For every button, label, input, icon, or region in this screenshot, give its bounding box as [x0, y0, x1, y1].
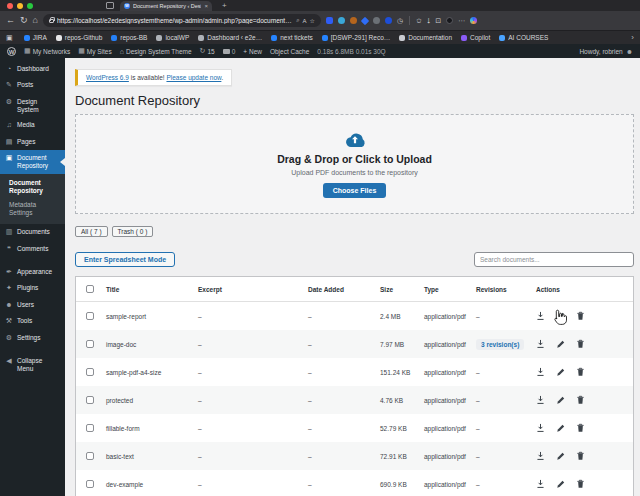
updates-link[interactable]: ↻ 15	[200, 47, 215, 55]
delete-icon[interactable]	[576, 339, 585, 349]
bookmark-item[interactable]: [DSWP-291] Reco…	[322, 34, 391, 41]
edit-icon[interactable]	[556, 367, 565, 377]
edit-icon[interactable]	[556, 479, 565, 489]
delete-icon[interactable]	[576, 423, 585, 433]
active-browser-tab[interactable]: W Document Repository ‹ Desig… ×	[120, 1, 212, 11]
edit-icon[interactable]	[556, 423, 565, 433]
cell-revisions[interactable]: –	[476, 369, 480, 376]
download-icon[interactable]	[536, 479, 545, 489]
choose-files-button[interactable]: Choose Files	[323, 183, 387, 198]
tab-close-icon[interactable]: ×	[204, 3, 208, 9]
delete-icon[interactable]	[576, 451, 585, 461]
cell-revisions[interactable]: 3 revision(s)	[476, 339, 524, 350]
bookmark-item[interactable]: next tickets	[271, 34, 313, 41]
sidebar-item[interactable]: ⚙ Settings	[0, 330, 65, 346]
home-icon[interactable]: ⌂	[33, 16, 38, 25]
delete-icon[interactable]	[576, 311, 585, 321]
extension-icon-gray[interactable]	[373, 17, 380, 24]
delete-icon[interactable]	[576, 479, 585, 489]
bookmark-item[interactable]: repos-Github	[56, 34, 103, 41]
wordpress-version-link[interactable]: WordPress 6.9	[86, 74, 129, 81]
sidebar-item[interactable]: ✎ Posts	[0, 77, 65, 93]
update-now-link[interactable]: Please update now	[166, 74, 221, 81]
sidebar-item[interactable]: ♫ Media	[0, 117, 65, 133]
history-icon[interactable]: ◷	[397, 17, 403, 24]
extension-icon-diamond[interactable]	[338, 17, 345, 24]
row-checkbox[interactable]	[86, 480, 94, 488]
zoom-icon[interactable]: ⌕	[296, 17, 299, 24]
tab-workspaces-icon[interactable]	[106, 2, 114, 9]
sidebar-item[interactable]: ◔ Dashboard	[0, 61, 65, 77]
download-icon[interactable]	[536, 311, 545, 321]
column-header-title[interactable]: Title	[102, 286, 194, 293]
profile-avatar[interactable]	[446, 17, 453, 24]
sidebar-submenu-item[interactable]: Document Repository	[0, 176, 65, 198]
download-icon[interactable]	[536, 423, 545, 433]
sidebar-item[interactable]: ❝ Comments	[0, 241, 65, 257]
cell-revisions[interactable]: –	[476, 425, 480, 432]
row-checkbox[interactable]	[86, 340, 94, 348]
bookmarks-overflow-icon[interactable]: ›	[631, 33, 634, 42]
close-window-button[interactable]	[7, 3, 13, 9]
download-icon[interactable]	[536, 367, 545, 377]
download-icon[interactable]	[536, 339, 545, 349]
edit-icon[interactable]	[556, 339, 565, 349]
site-name-link[interactable]: ⌂ Design System Theme	[120, 48, 192, 55]
select-all-checkbox[interactable]	[86, 285, 94, 293]
download-icon[interactable]	[536, 395, 545, 405]
sidebar-item[interactable]: ⚙ Design System	[0, 94, 65, 118]
my-sites-link[interactable]: ▦ My Sites	[78, 47, 112, 55]
bookmark-star-icon[interactable]: ☆	[310, 17, 315, 24]
download-icon[interactable]	[536, 451, 545, 461]
bookmarks-panel-icon[interactable]: ▣	[6, 34, 13, 42]
cell-revisions[interactable]: –	[476, 313, 480, 320]
column-header-date-added[interactable]: Date Added	[304, 286, 376, 293]
minimize-window-button[interactable]	[17, 3, 23, 9]
sidebar-item-document-repository[interactable]: ▣ Document Repository	[0, 150, 65, 174]
object-cache-link[interactable]: Object Cache	[270, 48, 309, 55]
extension-icon-orange[interactable]	[350, 17, 357, 24]
back-icon[interactable]: ←	[6, 16, 15, 25]
bookmark-item[interactable]: repos-BB	[111, 34, 147, 41]
new-content-link[interactable]: + New	[243, 48, 262, 55]
filter-button[interactable]: Trash ( 0 )	[112, 226, 154, 237]
row-checkbox[interactable]	[86, 396, 94, 404]
sidebar-item[interactable]: ▥ Documents	[0, 224, 65, 240]
delete-icon[interactable]	[576, 367, 585, 377]
spreadsheet-mode-button[interactable]: Enter Spreadsheet Mode	[75, 252, 175, 267]
address-bar[interactable]: https://localhost/e2edesignsystemtheme/w…	[43, 14, 321, 27]
sidebar-item[interactable]: ☻ Users	[0, 297, 65, 313]
copilot-icon[interactable]	[470, 17, 477, 24]
refresh-icon[interactable]: ↻	[20, 16, 28, 25]
sidebar-item[interactable]: ✒ Appearance	[0, 264, 65, 280]
bookmark-item[interactable]: JIRA	[24, 34, 47, 41]
password-manager-extension-icon[interactable]	[326, 17, 333, 24]
settings-menu-icon[interactable]: ⋯	[458, 17, 465, 24]
bookmark-item[interactable]: Copilot	[461, 34, 490, 41]
delete-icon[interactable]	[576, 395, 585, 405]
sidebar-item[interactable]: ▤ Pages	[0, 134, 65, 150]
cell-revisions[interactable]: –	[476, 397, 480, 404]
sidebar-submenu-item[interactable]: Metadata Settings	[0, 198, 65, 220]
read-aloud-icon[interactable]: A	[303, 18, 307, 24]
comments-link[interactable]: 0	[223, 48, 236, 55]
macos-window-controls[interactable]	[0, 3, 40, 11]
sidebar-item[interactable]: ✦ Plugins	[0, 280, 65, 296]
row-checkbox[interactable]	[86, 424, 94, 432]
bookmark-item[interactable]: Documentation	[399, 34, 452, 41]
url-text[interactable]: https://localhost/e2edesignsystemtheme/w…	[57, 17, 293, 24]
sidebar-item[interactable]: ⚒ Tools	[0, 313, 65, 329]
new-tab-button[interactable]: +	[222, 1, 227, 10]
column-header-revisions[interactable]: Revisions	[472, 286, 532, 293]
extension-icon-blue-v[interactable]	[385, 17, 392, 24]
edit-icon[interactable]	[556, 395, 565, 405]
maximize-window-button[interactable]	[27, 3, 33, 9]
downloads-icon[interactable]: ⭣	[427, 17, 430, 24]
account-menu[interactable]: Howdy, robrien ☻	[579, 48, 633, 55]
my-networks-link[interactable]: ▦ My Networks	[24, 47, 70, 55]
cell-revisions[interactable]: –	[476, 453, 480, 460]
bookmark-item[interactable]: AI COURSES	[499, 34, 548, 41]
row-checkbox[interactable]	[86, 312, 94, 320]
upload-dropzone[interactable]: Drag & Drop or Click to Upload Upload PD…	[75, 114, 634, 214]
cell-revisions[interactable]: –	[476, 481, 480, 488]
